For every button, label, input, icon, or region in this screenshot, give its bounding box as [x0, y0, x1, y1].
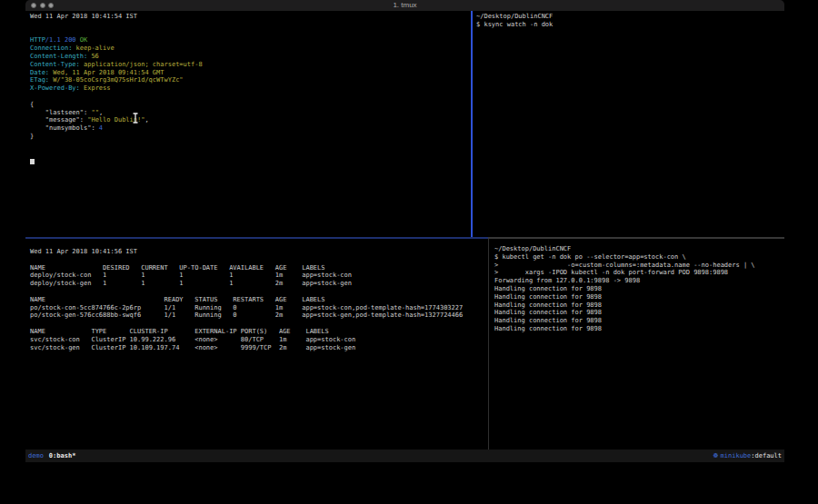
kube-namespace: :default: [751, 452, 782, 460]
pane-port-forward[interactable]: ~/Desktop/DublinCNCF $ kubectl get -n do…: [489, 239, 784, 450]
status-left: demo0:bash*: [28, 452, 75, 460]
terminal-area: Wed 11 Apr 2018 10:41:54 IST HTTP/1.1 20…: [25, 11, 784, 450]
http-header: ETag:W/"38-05coCsrg3mQ75sHr1d/qcWTwYZc": [30, 76, 471, 84]
port-forward-output: $ kubectl get -n dok po --selector=app=s…: [494, 253, 784, 333]
http-header: Connection:keep-alive: [30, 44, 471, 53]
traffic-lights: [31, 3, 54, 8]
tmux-window-label[interactable]: 0:bash*: [49, 452, 76, 460]
desktop-background: 1. tmux Wed 11 Apr 2018 10:41:54 IST HTT…: [0, 0, 818, 504]
services-table: NAME TYPE CLUSTER-IP EXTERNAL-IP PORT(S)…: [30, 328, 488, 351]
minimize-button[interactable]: [40, 3, 45, 8]
pane-http-response[interactable]: Wed 11 Apr 2018 10:41:54 IST HTTP/1.1 20…: [25, 11, 471, 237]
pods-table: NAME READY STATUS RESTARTS AGE LABELS po…: [30, 296, 488, 320]
cwd: ~/Desktop/DublinCNCF: [476, 13, 784, 21]
tmux-session-name: demo: [28, 452, 44, 460]
http-header: Content-Length:56: [30, 53, 471, 61]
window-title: 1. tmux: [25, 0, 784, 11]
close-button[interactable]: [31, 3, 36, 8]
http-version-status: /1.1 200: [45, 36, 76, 44]
http-header: X-Powered-By:Express: [30, 84, 471, 93]
zoom-button[interactable]: [48, 3, 54, 8]
json-close-brace: }: [30, 133, 471, 141]
ksync-command: $ ksync watch -n dok: [476, 21, 784, 29]
cwd: ~/Desktop/DublinCNCF: [494, 245, 784, 253]
json-open-brace: {: [30, 101, 471, 109]
tmux-status-bar: demo0:bash* ☸minikube:default: [25, 450, 784, 462]
json-numsymbols-line: "numsymbols": 4: [30, 124, 471, 133]
http-header: Content-Type:application/json; charset=u…: [30, 61, 471, 69]
timestamp: Wed 11 Apr 2018 10:41:54 IST: [30, 13, 471, 21]
json-lastseen-line: "lastseen": "",: [30, 109, 471, 117]
pane-ksync[interactable]: ~/Desktop/DublinCNCF $ ksync watch -n do…: [473, 11, 784, 237]
terminal-cursor: [30, 159, 35, 164]
mouse-cursor-ibeam: [132, 110, 139, 127]
timestamp: Wed 11 Apr 2018 10:41:56 IST: [30, 248, 488, 256]
http-header: Date:Wed, 11 Apr 2018 09:41:54 GMT: [30, 69, 471, 77]
http-protocol: HTTP: [30, 36, 45, 44]
status-right: ☸minikube:default: [713, 452, 782, 460]
terminal-window: 1. tmux Wed 11 Apr 2018 10:41:54 IST HTT…: [25, 0, 784, 462]
http-status-line: HTTP/1.1 200OK: [30, 36, 471, 44]
json-message-line: "message": "Hello Dublin!",: [30, 116, 471, 124]
deployments-table: NAME DESIRED CURRENT UP-TO-DATE AVAILABL…: [30, 264, 488, 288]
kube-context: minikube: [721, 452, 752, 460]
pane-kubectl-resources[interactable]: Wed 11 Apr 2018 10:41:56 IST NAME DESIRE…: [25, 239, 488, 450]
kubernetes-icon: ☸: [713, 452, 718, 460]
window-titlebar[interactable]: 1. tmux: [25, 0, 784, 11]
http-reason: OK: [80, 36, 87, 44]
shell-cursor-line: [30, 156, 471, 164]
